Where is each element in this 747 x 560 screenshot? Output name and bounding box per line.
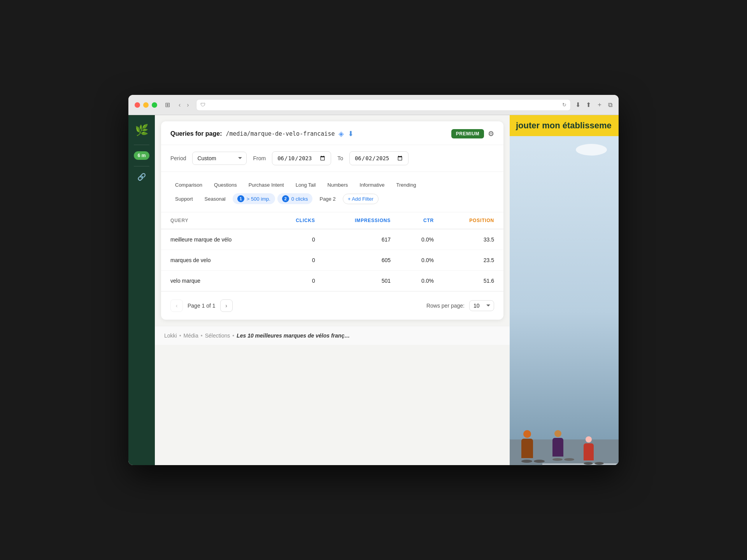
panel-title-row: Queries for page: /media/marque-de-velo-…: [170, 130, 354, 138]
panel-header: Queries for page: /media/marque-de-velo-…: [161, 121, 503, 145]
share-icon[interactable]: ⬆: [586, 101, 591, 108]
col-header-impressions[interactable]: IMPRESSIONS: [324, 212, 400, 229]
page-path: /media/marque-de-velo-francaise: [226, 130, 335, 137]
filter-active-0-clicks[interactable]: 2 0 clicks: [277, 193, 313, 204]
filter-tag-long-tail[interactable]: Long Tail: [291, 180, 321, 190]
sidebar-divider: [134, 145, 149, 145]
next-page-button[interactable]: ›: [220, 299, 233, 312]
road-line: [542, 464, 619, 465]
filter-tag-questions[interactable]: Questions: [209, 180, 242, 190]
cell-impressions-1: 605: [324, 250, 400, 271]
cell-position-2: 51.6: [443, 271, 503, 291]
tabs-icon[interactable]: ⧉: [608, 102, 612, 108]
cell-clicks-0: 0: [272, 229, 324, 250]
breadcrumb-lokki: Lokki: [164, 332, 177, 339]
breadcrumb-footer: Lokki • Média • Sélections • Les 10 meil…: [155, 326, 510, 345]
breadcrumb-selections: Sélections: [205, 332, 230, 339]
mac-window: ⊞ ‹ › 🛡 ↻ ⬇ ⬆ ＋ ⧉ 🌿 6 m 🔗: [128, 95, 619, 465]
cell-clicks-2: 0: [272, 271, 324, 291]
filter-tag-numbers[interactable]: Numbers: [323, 180, 353, 190]
filter-tag-support[interactable]: Support: [170, 194, 198, 204]
nav-arrows: ‹ ›: [176, 100, 191, 110]
traffic-lights: [135, 102, 157, 108]
sidebar-toggle-icon[interactable]: ⊞: [165, 101, 170, 108]
cyclists-scene: [510, 136, 619, 465]
refresh-icon[interactable]: ↻: [562, 102, 566, 108]
filter-2-label: 0 clicks: [291, 196, 308, 202]
cell-clicks-1: 0: [272, 250, 324, 271]
filter-active-500-imp[interactable]: 1 > 500 imp.: [233, 193, 275, 204]
page-info: Page 1 of 1: [188, 303, 216, 309]
premium-badge: PREMIUM: [451, 129, 484, 138]
main-content: Queries for page: /media/marque-de-velo-…: [155, 115, 510, 465]
col-header-query: QUERY: [161, 212, 272, 229]
filter-tag-page2[interactable]: Page 2: [315, 194, 340, 204]
sidebar-divider-2: [134, 166, 149, 166]
col-header-position[interactable]: POSITION: [443, 212, 503, 229]
table-row: velo marque 0 501 0.0% 51.6: [161, 271, 503, 291]
from-date-input[interactable]: [272, 151, 331, 165]
queries-table: QUERY CLICKS IMPRESSIONS CTR POSITION me…: [161, 212, 503, 291]
filter-1-label: > 500 imp.: [247, 196, 270, 202]
diamond-icon: ◈: [338, 130, 344, 138]
cyclist-2: [552, 438, 574, 461]
queries-panel: Queries for page: /media/marque-de-velo-…: [161, 121, 503, 320]
download-history-icon[interactable]: ⬇: [575, 101, 580, 108]
table-row: marques de velo 0 605 0.0% 23.5: [161, 250, 503, 271]
col-header-ctr[interactable]: CTR: [400, 212, 443, 229]
from-label: From: [253, 155, 266, 161]
to-label: To: [337, 155, 343, 161]
filter-tag-purchase-intent[interactable]: Purchase Intent: [244, 180, 289, 190]
cell-query-0: meilleure marque de vélo: [161, 229, 272, 250]
filter-tag-seasonal[interactable]: Seasonal: [200, 194, 230, 204]
cell-ctr-1: 0.0%: [400, 250, 443, 271]
add-filter-button[interactable]: + Add Filter: [343, 194, 379, 204]
cyclist-1: [521, 439, 545, 463]
cell-ctr-2: 0.0%: [400, 271, 443, 291]
browser-content: 🌿 6 m 🔗 Queries for page: /media/marque-…: [128, 115, 619, 465]
minimize-button[interactable]: [143, 102, 149, 108]
filter-1-number: 1: [237, 195, 244, 202]
titlebar-right: ⬇ ⬆ ＋ ⧉: [575, 101, 612, 109]
breadcrumb-sep-1: •: [179, 332, 181, 339]
website-top-bar: jouter mon établisseme: [510, 115, 619, 136]
prev-page-button[interactable]: ‹: [170, 299, 183, 312]
download-icon[interactable]: ⬇: [348, 130, 354, 138]
filter-tags-row-1: Comparison Questions Purchase Intent Lon…: [170, 180, 494, 190]
filter-tags-section: Comparison Questions Purchase Intent Lon…: [161, 172, 503, 212]
close-button[interactable]: [135, 102, 140, 108]
col-header-clicks[interactable]: CLICKS: [272, 212, 324, 229]
sidebar-logo: 🌿: [133, 121, 150, 138]
sidebar-link-icon[interactable]: 🔗: [137, 173, 146, 181]
rows-per-page-select[interactable]: 10 25 50 100: [469, 300, 494, 311]
breadcrumb-sep-3: •: [232, 332, 234, 339]
maximize-button[interactable]: [152, 102, 157, 108]
titlebar: ⊞ ‹ › 🛡 ↻ ⬇ ⬆ ＋ ⧉: [128, 95, 619, 115]
breadcrumb-sep-2: •: [201, 332, 203, 339]
pagination-row: ‹ Page 1 of 1 › Rows per page: 10 25 50 …: [161, 291, 503, 320]
address-bar[interactable]: 🛡 ↻: [196, 99, 571, 111]
cell-ctr-0: 0.0%: [400, 229, 443, 250]
to-date-input[interactable]: [349, 151, 409, 165]
settings-icon[interactable]: ⚙: [488, 130, 494, 138]
filter-tag-informative[interactable]: Informative: [355, 180, 389, 190]
table-body: meilleure marque de vélo 0 617 0.0% 33.5…: [161, 229, 503, 291]
breadcrumb-media: Média: [184, 332, 198, 339]
filter-tag-trending[interactable]: Trending: [392, 180, 421, 190]
shield-icon: 🛡: [200, 102, 205, 108]
new-tab-icon[interactable]: ＋: [596, 101, 603, 109]
period-label: Period: [170, 155, 186, 161]
period-select[interactable]: Custom Last 7 days Last 28 days Last 3 m…: [192, 152, 247, 165]
cell-position-0: 33.5: [443, 229, 503, 250]
filter-tag-comparison[interactable]: Comparison: [170, 180, 207, 190]
breadcrumb-current: Les 10 meilleures marques de vélos franç…: [237, 332, 350, 339]
clouds: [576, 144, 607, 156]
cell-query-1: marques de velo: [161, 250, 272, 271]
back-button[interactable]: ‹: [176, 100, 183, 110]
cell-position-1: 23.5: [443, 250, 503, 271]
logo-icon: 🌿: [135, 124, 149, 136]
cyclist-3: [584, 443, 604, 465]
filter-tags-row-2: Support Seasonal 1 > 500 imp. 2 0 clicks…: [170, 193, 494, 204]
forward-button[interactable]: ›: [184, 100, 191, 110]
rows-per-page-label: Rows per page:: [426, 303, 465, 309]
